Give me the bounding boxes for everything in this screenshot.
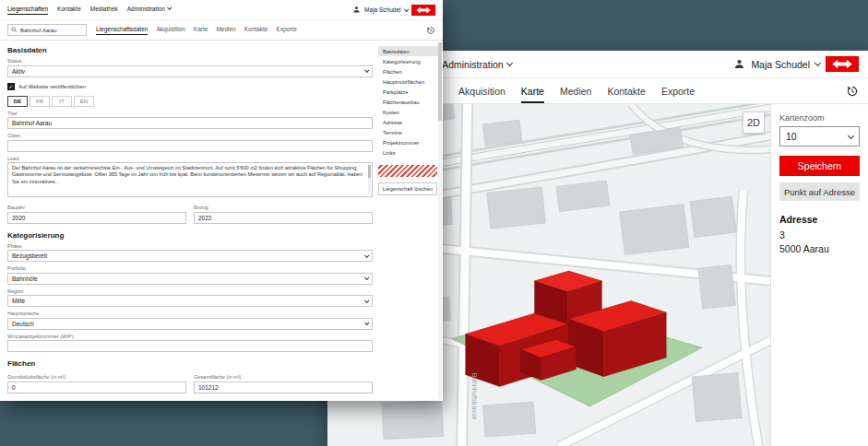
phase-value: Bezugsbereit [12, 252, 47, 259]
anchor-flaechenausbau[interactable]: Flächenausbau [378, 97, 441, 107]
save-button[interactable]: Speichern [779, 156, 860, 176]
bezug-field[interactable]: 2022 [194, 212, 373, 224]
phase-label: Phase [7, 243, 373, 249]
baujahr-label: Baujahr [7, 205, 186, 210]
address-street: 3 [779, 229, 860, 241]
grundstuecksflaeche-field[interactable]: 0 [7, 381, 186, 393]
tab-medien[interactable]: Medien [560, 79, 591, 103]
section-flaechen: Flächen [7, 359, 373, 368]
anchor-termine[interactable]: Termine [378, 127, 441, 137]
nav-administration[interactable]: Administration [442, 59, 512, 70]
gesamtflaeche-field[interactable]: 101212 [194, 381, 373, 393]
chevron-down-icon [167, 6, 172, 10]
tab-akquisition[interactable]: Akquisition [156, 26, 184, 35]
tab-liegenschaftsdaten[interactable]: Liegenschaftsdaten [96, 26, 148, 35]
tab-karte[interactable]: Karte [194, 26, 208, 35]
chevron-down-icon [364, 252, 369, 257]
baujahr-field[interactable]: 2020 [7, 212, 186, 224]
chevron-down-icon [506, 60, 513, 66]
search-value: Bahnhof Aarau [20, 28, 57, 33]
nav-kontakte[interactable]: Kontakte [57, 6, 81, 15]
lead-text: Der Bahnhof Aarau ist der verkehrsreichs… [12, 165, 364, 194]
lang-tab-de[interactable]: DE [7, 96, 28, 107]
anchor-hauptnutzflaechen[interactable]: Hauptnutzflächen [378, 76, 441, 87]
map-2d-toggle[interactable]: 2D [743, 112, 765, 134]
status-label: Status [7, 58, 373, 64]
section-basisdaten: Basisdaten [7, 46, 373, 54]
tab-kontakte[interactable]: Kontakte [607, 79, 645, 103]
address-city: 5000 Aarau [779, 243, 860, 254]
titel-field[interactable]: Bahnhof Aarau [7, 117, 373, 129]
portfolio-value: Bahnhöfe [12, 276, 38, 282]
point-on-address-button[interactable]: Punkt auf Adresse [779, 182, 860, 201]
tab-medien[interactable]: Medien [216, 26, 235, 35]
anchor-adresse[interactable]: Adresse [378, 117, 441, 127]
nav-administration-label: Administration [442, 59, 504, 70]
lead-textarea[interactable]: Der Bahnhof Aarau ist der verkehrsreichs… [7, 162, 373, 197]
phase-select[interactable]: Bezugsbereit [7, 250, 373, 262]
anchor-kosten[interactable]: Kosten [378, 107, 441, 117]
anchor-links[interactable]: Links [378, 147, 441, 158]
region-select[interactable]: Mitte [7, 295, 373, 307]
top-navigation-bar: Liegenschaften Kontakte Mediathek Admini… [0, 0, 443, 20]
kartenzoom-label: Kartenzoom [779, 113, 860, 123]
nav-administration[interactable]: Administration [127, 6, 172, 15]
anchor-flaechen[interactable]: Flächen [378, 66, 441, 76]
search-icon [11, 27, 18, 33]
user-menu[interactable]: Maja Schudel [733, 56, 859, 72]
grundstuecksflaeche-label: Grundstücksfläche (in m²) [7, 374, 186, 380]
main-nav: Liegenschaften Kontakte Mediathek Admini… [7, 6, 171, 15]
anchor-parkplaetze[interactable]: Parkplätze [378, 87, 441, 97]
history-icon[interactable] [426, 26, 435, 35]
publish-checkbox[interactable]: ✓ Auf Website veröffentlichen [7, 83, 373, 90]
tab-karte[interactable]: Karte [521, 79, 544, 103]
nav-liegenschaften[interactable]: Liegenschaften [7, 6, 48, 15]
lang-tab-it[interactable]: IT [52, 96, 72, 107]
wincasa-field[interactable] [7, 340, 373, 352]
user-menu[interactable]: Maja Schudel [352, 5, 435, 16]
danger-stripes [378, 165, 437, 177]
status-select[interactable]: Aktiv [7, 65, 373, 77]
sbb-logo [826, 56, 859, 72]
anchor-kategorisierung[interactable]: Kategorisierung [378, 56, 441, 66]
section-kategorisierung: Kategorisierung [7, 231, 373, 240]
lang-tab-fr[interactable]: FR [30, 96, 50, 107]
claim-label: Claim [7, 133, 373, 138]
tab-exporte[interactable]: Exporte [276, 26, 296, 35]
add-hauptnutzflaeche-button[interactable]: + [75, 401, 85, 402]
section-anchor-nav: Basisdaten Kategorisierung Flächen Haupt… [378, 41, 443, 401]
delete-property-button[interactable]: Liegenschaft löschen [378, 182, 437, 195]
property-form-window: Liegenschaften Kontakte Mediathek Admini… [0, 0, 443, 401]
publish-checkbox-label: Auf Website veröffentlichen [18, 84, 86, 89]
address-label: Adresse [779, 214, 860, 225]
kartenzoom-select[interactable]: 10 [779, 126, 860, 147]
property-form: Basisdaten Status Aktiv ✓ Auf Website ve… [0, 41, 378, 401]
chevron-down-icon [364, 68, 369, 73]
user-name: Maja Schudel [751, 59, 810, 70]
user-icon [352, 6, 361, 14]
chevron-down-icon [848, 132, 854, 138]
hauptsprache-value: Deutsch [12, 321, 34, 327]
textarea-scrollbar[interactable] [368, 164, 371, 195]
tab-akquisition[interactable]: Akquisition [458, 79, 505, 103]
tab-kontakte[interactable]: Kontakte [244, 26, 268, 35]
chevron-down-icon [364, 321, 369, 325]
chevron-down-icon [364, 276, 369, 280]
kartenzoom-value: 10 [786, 131, 797, 142]
map-side-panel: Kartenzoom 10 Speichern Punkt auf Adress… [770, 104, 868, 446]
checkbox-checked-icon: ✓ [7, 83, 15, 90]
nav-mediathek[interactable]: Mediathek [90, 6, 118, 15]
portfolio-select[interactable]: Bahnhöfe [7, 273, 373, 285]
history-icon[interactable] [846, 85, 859, 98]
claim-field[interactable] [7, 140, 373, 152]
scrollbar[interactable] [438, 42, 442, 399]
lang-tab-en[interactable]: EN [74, 96, 94, 107]
anchor-projektnummer[interactable]: Projektnummer [378, 137, 441, 147]
search-input[interactable]: Bahnhof Aarau [7, 24, 87, 36]
lead-label: Lead [7, 156, 373, 161]
hauptsprache-select[interactable]: Deutsch [7, 318, 373, 330]
gesamtflaeche-label: Gesamtfläche (in m²) [194, 374, 373, 380]
anchor-basisdaten[interactable]: Basisdaten [378, 46, 441, 56]
street-label-bahnhofstrasse: Bahnhofstrasse [470, 373, 479, 420]
tab-exporte[interactable]: Exporte [661, 79, 695, 103]
